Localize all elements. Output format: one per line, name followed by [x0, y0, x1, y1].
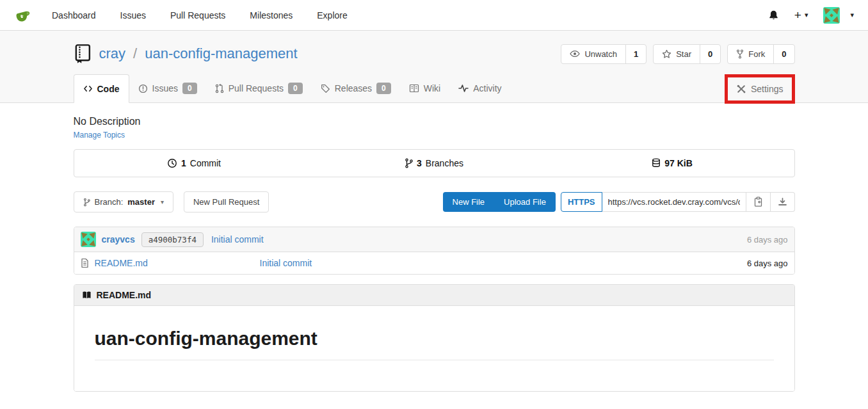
file-commit-message-link[interactable]: Initial commit	[260, 258, 312, 268]
top-navbar: Dashboard Issues Pull Requests Milestone…	[0, 0, 868, 31]
nav-dashboard[interactable]: Dashboard	[52, 10, 96, 20]
repo-owner-link[interactable]: cray	[99, 45, 126, 62]
unwatch-button[interactable]: Unwatch	[561, 45, 625, 63]
title-separator: /	[133, 45, 137, 62]
commits-stat[interactable]: 1 Commit	[74, 150, 314, 177]
commit-author-avatar[interactable]	[81, 232, 96, 247]
star-count[interactable]: 0	[700, 45, 720, 63]
branch-label: Branches	[426, 158, 463, 168]
readme-panel: README.md uan-config-management	[74, 284, 795, 392]
upload-file-button[interactable]: Upload File	[494, 192, 556, 212]
file-text-icon	[81, 258, 89, 268]
tab-settings-label: Settings	[751, 84, 784, 94]
history-clock-icon	[167, 158, 177, 168]
fork-button[interactable]: Fork	[728, 45, 773, 63]
file-buttons-group: New File Upload File	[443, 192, 556, 212]
tag-icon	[321, 84, 330, 93]
tab-code-label: Code	[97, 84, 120, 94]
repo-header: cray / uan-config-management Unwatch	[0, 31, 868, 103]
releases-count-badge: 0	[376, 83, 391, 94]
nav-issues[interactable]: Issues	[120, 10, 146, 20]
branches-stat[interactable]: 3 Branches	[314, 150, 554, 177]
tab-activity-label: Activity	[473, 83, 501, 93]
star-icon	[662, 49, 671, 59]
commit-age: 6 days ago	[747, 235, 788, 245]
new-file-button[interactable]: New File	[443, 192, 495, 212]
pulls-count-badge: 0	[288, 83, 303, 94]
commit-label: Commit	[190, 158, 221, 168]
copy-url-button[interactable]	[746, 192, 771, 212]
chevron-down-icon: ▾	[161, 198, 164, 205]
clone-url-input[interactable]	[602, 192, 746, 212]
new-pull-request-button[interactable]: New Pull Request	[184, 191, 269, 213]
nav-explore[interactable]: Explore	[317, 10, 347, 20]
user-menu[interactable]: ▾	[823, 7, 854, 24]
book-filled-icon	[82, 291, 92, 300]
code-brackets-icon	[83, 84, 93, 93]
gitea-logo[interactable]	[14, 6, 31, 24]
readme-filename: README.md	[97, 290, 152, 300]
file-listing-table: crayvcs a4900b73f4 Initial commit 6 days…	[74, 227, 795, 275]
table-row: README.md Initial commit 6 days ago	[74, 252, 794, 274]
tools-icon	[736, 84, 746, 94]
repo-size: 97 KiB	[664, 158, 693, 168]
navbar-right: + ▾ ▾	[768, 7, 854, 24]
branch-count: 3	[417, 158, 422, 168]
branch-toolbar: Branch: master ▾ New Pull Request New Fi…	[74, 191, 795, 213]
tab-pull-requests[interactable]: Pull Requests 0	[206, 74, 312, 102]
star-label: Star	[676, 49, 691, 59]
latest-commit-row: crayvcs a4900b73f4 Initial commit 6 days…	[74, 227, 794, 252]
repo-description: No Description	[74, 116, 795, 127]
commit-author-link[interactable]: crayvcs	[102, 234, 135, 245]
git-branch-icon	[83, 198, 90, 207]
branch-selector[interactable]: Branch: master ▾	[74, 191, 173, 213]
git-branch-icon	[405, 158, 413, 168]
commit-sha-badge[interactable]: a4900b73f4	[141, 232, 204, 247]
clipboard-copy-icon	[753, 196, 763, 207]
issue-circle-icon	[138, 84, 148, 93]
tab-wiki[interactable]: Wiki	[400, 74, 449, 102]
star-button-group: Star 0	[653, 44, 721, 64]
create-new-button[interactable]: + ▾	[794, 8, 808, 22]
repo-title: cray / uan-config-management	[74, 44, 298, 64]
database-icon	[652, 158, 661, 168]
repo-name-link[interactable]: uan-config-management	[145, 45, 297, 62]
nav-pull-requests[interactable]: Pull Requests	[170, 10, 225, 20]
unwatch-button-group: Unwatch 1	[561, 44, 647, 64]
download-archive-button[interactable]	[771, 192, 795, 212]
readme-heading: uan-config-management	[95, 328, 774, 360]
size-stat[interactable]: 97 KiB	[554, 150, 794, 177]
fork-icon	[736, 49, 744, 59]
tab-settings[interactable]: Settings	[728, 77, 792, 100]
chevron-down-icon: ▾	[805, 11, 808, 19]
issues-count-badge: 0	[182, 83, 197, 94]
eye-icon	[570, 50, 580, 58]
commit-message-link[interactable]: Initial commit	[211, 234, 264, 245]
tab-issues-label: Issues	[152, 83, 178, 93]
tab-pulls-label: Pull Requests	[229, 83, 284, 93]
file-readme-link[interactable]: README.md	[95, 258, 148, 268]
repo-actions: Unwatch 1 Star 0	[561, 44, 794, 64]
avatar	[823, 7, 840, 24]
tab-code[interactable]: Code	[74, 74, 129, 103]
star-button[interactable]: Star	[654, 45, 700, 63]
branch-name: master	[127, 197, 155, 207]
tab-activity[interactable]: Activity	[449, 74, 510, 102]
pulse-icon	[458, 84, 469, 93]
clone-url-group: HTTPS	[561, 192, 795, 212]
https-protocol-button[interactable]: HTTPS	[561, 192, 602, 212]
fork-label: Fork	[748, 49, 765, 59]
tab-releases[interactable]: Releases 0	[312, 74, 400, 102]
watch-count[interactable]: 1	[625, 45, 646, 63]
commit-count: 1	[181, 158, 186, 168]
nav-milestones[interactable]: Milestones	[250, 10, 293, 20]
tab-issues[interactable]: Issues 0	[129, 74, 206, 102]
bell-icon[interactable]	[768, 10, 779, 21]
fork-button-group: Fork 0	[727, 44, 794, 64]
repo-stats-bar: 1 Commit 3 Branches 97 KiB	[74, 149, 795, 177]
pull-request-icon	[215, 84, 224, 93]
branch-prefix: Branch:	[95, 197, 124, 207]
repo-book-icon	[74, 44, 92, 64]
fork-count[interactable]: 0	[773, 45, 794, 63]
manage-topics-link[interactable]: Manage Topics	[74, 131, 125, 140]
